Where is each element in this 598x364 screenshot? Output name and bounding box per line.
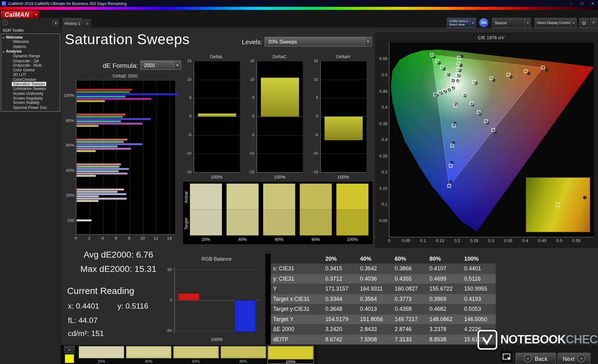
de-bar [77,219,91,221]
x-tick-label: 0.4 [520,238,531,243]
table-cell: 154.5179 [322,314,357,324]
inset-measured-marker [583,196,586,199]
sidebar-item-3d-lut[interactable]: 3D LUT [12,72,27,77]
deltaL-chart: DeltaL151050-5-10-15100% [176,54,244,182]
pattern-button-40[interactable]: 40% [126,346,172,363]
sidebar-item-label: Color Gamut [12,68,36,72]
y-tick-label: -15 [176,170,192,174]
swatch-target-40 [226,209,259,235]
table-cell: 0.4682 [426,304,461,314]
pattern-color [268,346,314,360]
levels-dropdown[interactable]: 20% Sweeps ▼ [265,37,372,47]
watermark-word2: CHECK [566,333,598,346]
table-col-header: 80% [426,254,461,264]
swatch-label: 100% [336,237,368,242]
table-cell: 3.2420 [322,324,357,334]
formula-label: dE Formula: [92,62,138,70]
x-tick-label: 0.45 [537,238,548,243]
pattern-button-60[interactable]: 60% [173,346,219,363]
sidebar-collapse-button[interactable]: ◀ [53,20,58,26]
meter-dropdown[interactable]: X-Rite i1Pro 2 Direct View ▼ [447,18,476,28]
sidebar-item-label: Screen Stability [12,100,40,105]
pattern-button-100[interactable]: 100% [268,346,314,363]
table-row: Y171.3157164.9311160.0827155.6722150.995… [271,284,496,294]
gridline [194,154,240,154]
meter-line2: Direct View [447,23,470,26]
table-cell: 146.5050 [461,314,496,324]
pattern-button-80[interactable]: 80% [221,346,266,363]
de-bar [77,96,125,97]
settings-gear-button[interactable]: ⚙ [579,18,588,28]
tree-expander-icon[interactable]: ▸ [3,50,4,53]
table-cell: 0.3648 [322,304,357,314]
deltaH-chart: DeltaH151050-5-10-15100% [303,54,370,182]
sidebar-item-welcome[interactable]: Welcome [12,40,30,44]
sidebar-item-luminance-sweeps[interactable]: Luminance Sweeps [12,86,47,91]
table-cell: 2.8746 [392,324,426,334]
target-row-label: Target [184,212,189,237]
deltaL-bar [198,114,236,117]
logo-menu-arrow-icon[interactable]: ▼ [33,11,39,19]
chevron-down-icon: ▼ [571,18,576,27]
pattern-window-button[interactable] [500,350,513,363]
sidebar-group-welcome[interactable]: ▸Welcome [3,35,23,40]
sidebar-item-dynamic-range[interactable]: Dynamic Range [12,54,41,58]
sidebar-item-options[interactable]: Options [12,44,27,49]
y-tick-label: 15 [303,59,318,63]
table-cell: 0.3642 [357,264,392,273]
sidebar-item-saturation-sweeps[interactable]: Saturation Sweeps [12,82,46,86]
gridline [321,79,367,80]
sidebar-item-label: Spectral Power Dist. [12,105,49,110]
maximize-button[interactable]: ☐ [577,0,587,7]
sidebar-back-button[interactable]: • [2,20,8,26]
chevron-down-icon: ▼ [364,37,371,46]
formula-dropdown[interactable]: 2000 ▼ [140,61,181,70]
source-dropdown[interactable]: Source ▼ [492,18,531,28]
tree-expander-icon[interactable]: ▸ [3,36,4,39]
table-cell: 8.8538 [426,334,461,344]
sidebar-item-screen-stability[interactable]: Screen Stability [12,100,40,105]
display-control-dropdown[interactable]: Direct Display Control ▼ [535,18,577,28]
sidebar-group-analysis[interactable]: ▸Analysis [3,49,22,54]
y-tick-label: 80% [60,118,74,123]
gridline [257,135,303,135]
calman-logo-text: CalMAN [1,11,33,19]
de-bar [77,89,132,91]
sidebar-item-color-gamut[interactable]: Color Gamut [12,68,36,72]
next-button[interactable]: Next » [558,353,590,364]
sidebar-item-spectral-power-dist[interactable]: Spectral Power Dist. [12,105,49,110]
chart-title: RGB Balance [174,256,259,262]
table-row-label: Target Y [271,314,322,324]
window-controls: – ☐ ✕ [566,0,598,7]
table-cell: 160.0827 [392,284,426,294]
help-button[interactable]: ? [590,18,597,28]
sidebar-item-grayscale-2pt[interactable]: Grayscale - 2pt [12,58,40,63]
sidebar-item-grayscale-multi[interactable]: Grayscale - Multi [12,63,43,68]
y-tick-label: 0.25 [375,153,387,158]
calman-logo[interactable]: CalMAN ▼ [1,11,39,19]
y-tick-label: 5 [176,96,192,100]
sidebar-item-screen-uniformity[interactable]: Screen Uniformity [12,91,45,96]
meter-status-badge[interactable]: 235 [479,18,488,27]
tab-history-1[interactable]: History 1 [62,18,83,28]
sidebar-item-label: Screen Uniformity [12,91,45,95]
new-tab-button[interactable]: + [83,19,91,28]
y-tick-label: 0.05 [375,218,387,223]
close-button[interactable]: ✕ [587,0,598,7]
pattern-label: 80% [221,359,266,363]
pattern-button-20[interactable]: 20% [78,346,124,363]
gridline [194,98,240,98]
y-tick-label: 0.35 [375,121,387,126]
sidebar-item-colorchecker[interactable]: ColorChecker [12,77,37,82]
x-axis-label: 100% [194,175,240,180]
de-bar [77,173,127,175]
back-button[interactable]: « Back [516,353,556,364]
inset-target-marker [556,203,560,207]
table-cell: 0.4107 [426,264,461,273]
minimize-button[interactable]: – [566,0,577,7]
sidebar-item-screen-angularity[interactable]: Screen Angularity [12,96,44,100]
de-bar [77,91,129,93]
gridline [116,81,116,234]
table-row-label: x: CIE31 [271,264,322,273]
back-icon: « [524,355,532,362]
